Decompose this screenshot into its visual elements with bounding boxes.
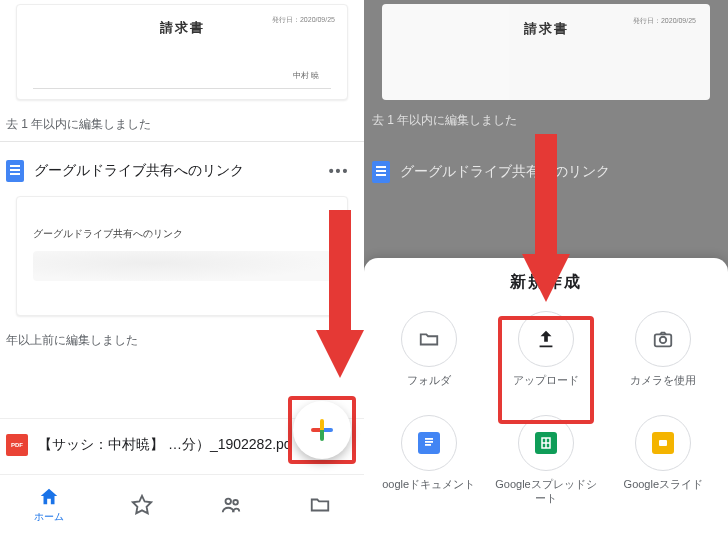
plus-icon <box>311 419 333 441</box>
create-camera-label: カメラを使用 <box>630 373 696 399</box>
create-upload[interactable]: アップロード <box>491 311 600 399</box>
create-google-sheet[interactable]: Googleスプレッドシート <box>491 415 600 506</box>
svg-rect-8 <box>659 440 667 446</box>
google-sheets-icon <box>518 415 574 471</box>
home-icon <box>38 486 60 508</box>
callout-arrow-upload <box>516 134 576 314</box>
people-icon <box>220 494 242 516</box>
create-google-doc[interactable]: oogleドキュメント <box>374 415 483 506</box>
pdf-icon: PDF <box>6 434 28 456</box>
create-google-slide-label: Googleスライド <box>624 477 703 503</box>
callout-arrow-fab <box>310 210 364 390</box>
svg-point-0 <box>225 498 231 504</box>
svg-rect-5 <box>425 441 433 443</box>
edited-recently-label: 去 1 年以内に編集しました <box>0 108 364 141</box>
google-docs-icon <box>372 161 390 183</box>
create-camera[interactable]: カメラを使用 <box>609 311 718 399</box>
redacted-area <box>33 251 331 281</box>
doc-thumbnail-title: グーグルドライブ共有へのリンク <box>33 227 337 241</box>
tab-starred[interactable] <box>131 494 153 516</box>
tab-home[interactable]: ホーム <box>34 486 64 524</box>
invoice-date: 発行日：2020/09/25 <box>633 16 696 26</box>
create-google-doc-label: oogleドキュメント <box>382 477 475 503</box>
create-folder-label: フォルダ <box>407 373 451 399</box>
invoice-name: 中村 暁 <box>293 70 319 81</box>
pane-after: 発行日：2020/09/25 請求書 去 1 年以内に編集しました グーグルドラ… <box>364 0 728 534</box>
edited-recently-label: 去 1 年以内に編集しました <box>372 112 517 129</box>
invoice-thumbnail[interactable]: 発行日：2020/09/25 請求書 中村 暁 <box>16 4 348 100</box>
doc-thumbnail[interactable]: グーグルドライブ共有へのリンク <box>16 196 348 316</box>
create-grid: フォルダ アップロード カメラを使用 <box>374 311 718 506</box>
folder-icon <box>401 311 457 367</box>
bottom-nav: ホーム <box>0 474 364 534</box>
folder-icon <box>309 494 331 516</box>
fab-create[interactable] <box>293 401 351 459</box>
google-slides-icon <box>635 415 691 471</box>
svg-point-1 <box>233 499 238 504</box>
create-upload-label: アップロード <box>513 373 579 399</box>
doc-row[interactable]: グーグルドライブ共有へのリンク ••• <box>0 150 364 192</box>
svg-rect-4 <box>425 438 433 440</box>
create-folder[interactable]: フォルダ <box>374 311 483 399</box>
divider <box>33 88 331 89</box>
callout-box-fab <box>288 396 356 464</box>
create-google-slide[interactable]: Googleスライド <box>609 415 718 506</box>
upload-icon <box>518 311 574 367</box>
screenshot-pair: 発行日：2020/09/25 請求書 中村 暁 去 1 年以内に編集しました グ… <box>0 0 728 534</box>
divider <box>0 141 364 142</box>
invoice-thumbnail: 発行日：2020/09/25 請求書 <box>382 4 710 100</box>
doc-row-name: グーグルドライブ共有へのリンク <box>34 162 316 180</box>
svg-rect-6 <box>425 444 431 446</box>
create-google-sheet-label: Googleスプレッドシート <box>491 477 600 506</box>
more-icon[interactable]: ••• <box>326 163 352 179</box>
google-docs-icon <box>401 415 457 471</box>
invoice-date: 発行日：2020/09/25 <box>272 15 335 25</box>
tab-home-label: ホーム <box>34 510 64 524</box>
tab-shared[interactable] <box>220 494 242 516</box>
google-docs-icon <box>6 160 24 182</box>
tab-files[interactable] <box>309 494 331 516</box>
star-icon <box>131 494 153 516</box>
svg-point-3 <box>660 337 666 343</box>
doc-row-name: グーグルドライブ共有へのリンク <box>400 163 610 181</box>
camera-icon <box>635 311 691 367</box>
pane-before: 発行日：2020/09/25 請求書 中村 暁 去 1 年以内に編集しました グ… <box>0 0 364 534</box>
